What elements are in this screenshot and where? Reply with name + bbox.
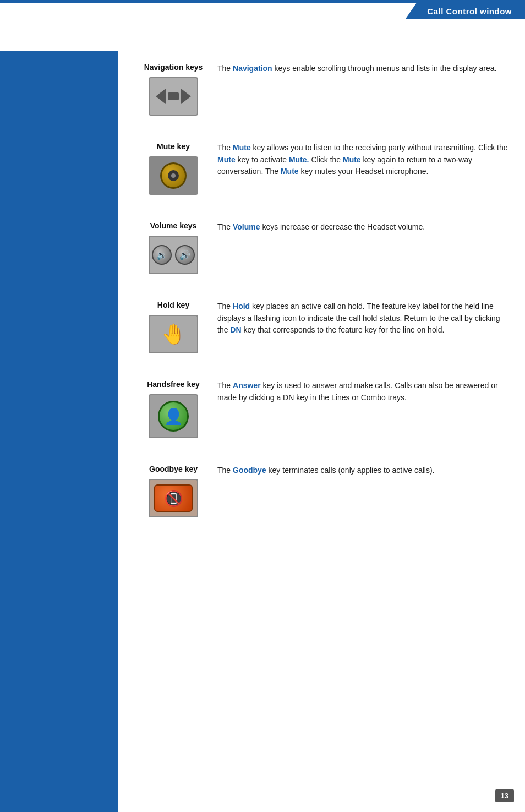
header-title-area: Call Control window (405, 3, 525, 19)
mute-key-label: Mute key (157, 142, 190, 151)
volume-keys-description: The Volume keys increase or decrease the… (217, 220, 508, 233)
arrow-body (168, 92, 179, 100)
section-hold-key: Hold key 🤚 The Hold key places an active… (129, 299, 508, 359)
answer-highlight: Answer (233, 381, 261, 390)
header: Call Control window (0, 0, 525, 51)
mute-inner-icon (168, 170, 179, 181)
hold-icon: 🤚 (161, 323, 186, 346)
mute-key-description: The Mute key allows you to listen to the… (217, 141, 508, 178)
goodbye-highlight: Goodbye (233, 466, 266, 475)
goodbye-icon: 📵 (154, 484, 193, 512)
vol-up-icon: 🔊 (175, 245, 195, 265)
volume-keys-label: Volume keys (150, 221, 197, 230)
page-title: Call Control window (427, 7, 512, 16)
mute-highlight-5: Mute (281, 167, 299, 176)
section-left-mute: Mute key (129, 141, 217, 195)
nav-highlight: Navigation (233, 64, 272, 73)
section-handsfree-key: Handsfree key 👤 The Answer key is used t… (129, 379, 508, 444)
handsfree-icon: 👤 (158, 401, 189, 432)
section-volume-keys: Volume keys 🔉 🔊 The Volume keys increase… (129, 220, 508, 280)
arrow-right-icon (181, 89, 191, 104)
vol-down-icon: 🔉 (152, 245, 172, 265)
navigation-keys-description: The Navigation keys enable scrolling thr… (217, 62, 508, 75)
page-number: 13 (495, 789, 514, 802)
section-left-handsfree: Handsfree key 👤 (129, 379, 217, 438)
section-left-goodbye: Goodbye key 📵 (129, 464, 217, 517)
left-sidebar (0, 0, 118, 812)
mute-highlight-4: Mute (343, 155, 361, 164)
mute-icon (160, 162, 187, 189)
hold-key-image[interactable]: 🤚 (149, 315, 198, 353)
main-content: Navigation keys The Navigation keys enab… (118, 51, 525, 576)
section-mute-key: Mute key The Mute key allows you to list… (129, 141, 508, 200)
handsfree-key-label: Handsfree key (147, 380, 200, 389)
section-left-volume: Volume keys 🔉 🔊 (129, 220, 217, 274)
dn-highlight: DN (230, 325, 241, 334)
mute-highlight-2: Mute (217, 155, 236, 164)
handsfree-key-description: The Answer key is used to answer and mak… (217, 379, 508, 404)
hold-key-label: Hold key (157, 301, 189, 309)
navigation-keys-label: Navigation keys (144, 63, 203, 72)
section-navigation-keys: Navigation keys The Navigation keys enab… (129, 62, 508, 121)
section-left-hold: Hold key 🤚 (129, 299, 217, 353)
handsfree-key-image[interactable]: 👤 (149, 394, 198, 438)
goodbye-key-description: The Goodbye key terminates calls (only a… (217, 464, 508, 477)
volume-icon: 🔉 🔊 (152, 245, 195, 265)
navigation-keys-image[interactable] (149, 77, 198, 116)
goodbye-key-image[interactable]: 📵 (149, 479, 198, 517)
section-goodbye-key: Goodbye key 📵 The Goodbye key terminates… (129, 464, 508, 523)
volume-keys-image[interactable]: 🔉 🔊 (149, 236, 198, 274)
hold-key-description: The Hold key places an active call on ho… (217, 299, 508, 336)
arrow-left-icon (156, 89, 166, 104)
nav-arrows-icon (156, 89, 191, 104)
hold-highlight: Hold (233, 302, 250, 310)
section-left-navigation: Navigation keys (129, 62, 217, 116)
mute-dot-icon (171, 173, 176, 178)
mute-highlight-3: Mute. (289, 155, 309, 164)
volume-highlight: Volume (233, 222, 260, 231)
goodbye-key-label: Goodbye key (149, 465, 198, 473)
mute-highlight-1: Mute (233, 143, 251, 152)
mute-key-image[interactable] (149, 156, 198, 195)
